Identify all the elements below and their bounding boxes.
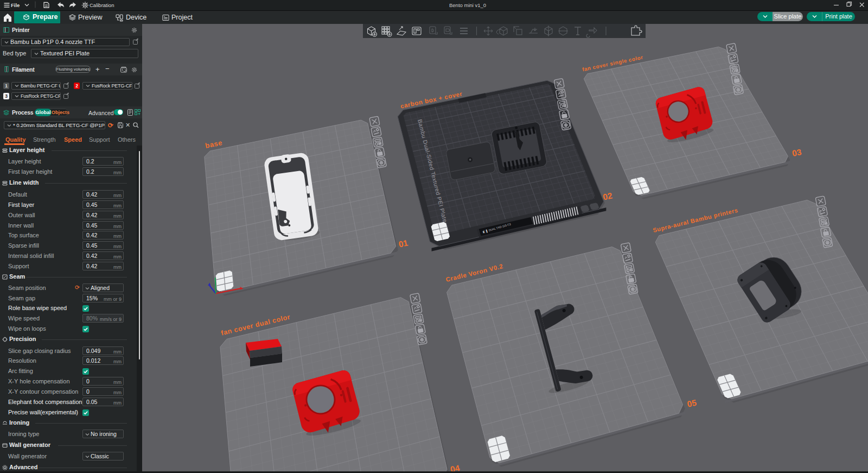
svg-text:Calibration: Calibration [90,2,114,8]
svg-text:02: 02 [602,191,613,201]
svg-text:05: 05 [686,398,698,409]
svg-text:File: File [11,2,20,8]
svg-text:03: 03 [792,147,803,158]
svg-text:base: base [205,138,223,150]
svg-text:01: 01 [398,238,409,249]
